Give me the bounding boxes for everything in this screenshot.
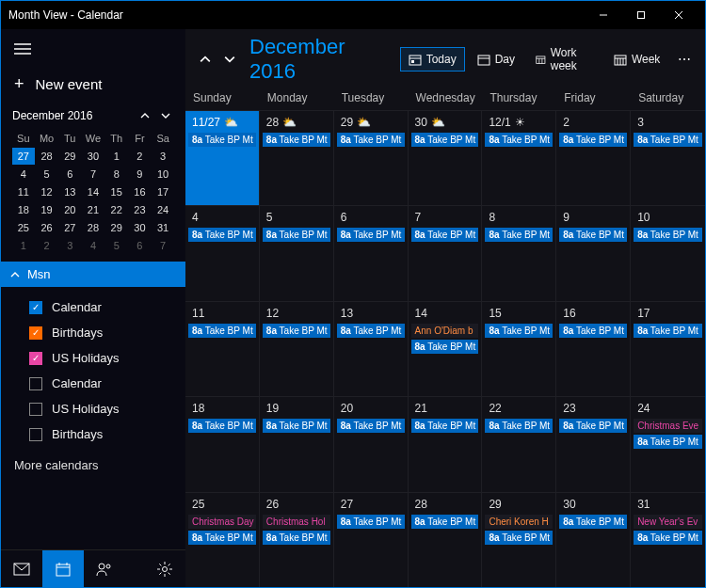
event-chip[interactable]: 8a Take BP Mt [634,228,702,242]
event-chip[interactable]: 8a Take BP Mt [411,228,479,242]
mini-day[interactable]: 22 [105,201,128,218]
event-chip[interactable]: 8a Take BP Mt [559,324,627,338]
mini-day[interactable]: 9 [129,166,152,183]
close-button[interactable] [660,1,698,29]
event-chip[interactable]: 8a Take BP Mt [411,515,479,529]
mini-day[interactable]: 28 [36,148,58,165]
event-chip[interactable]: 8a Take BP Mt [337,228,405,242]
day-cell[interactable]: 158a Take BP Mt [482,302,556,396]
event-chip[interactable]: 8a Take BP Mt [411,133,479,147]
day-cell[interactable]: 98a Take BP Mt [556,206,631,300]
day-cell[interactable]: 308a Take BP Mt [556,493,631,587]
maximize-button[interactable] [622,1,660,29]
calendar-item[interactable]: US Holidays [1,396,185,421]
mini-day[interactable]: 15 [105,183,128,200]
calendar-item[interactable]: US Holidays [1,345,185,371]
checkbox-icon[interactable] [29,352,42,365]
day-cell[interactable]: 88a Take BP Mt [482,206,556,300]
mini-day[interactable]: 18 [12,201,35,218]
event-chip[interactable]: 8a Take BP Mt [337,324,405,338]
checkbox-icon[interactable] [29,403,42,416]
mini-day[interactable]: 29 [105,219,128,236]
view-week-button[interactable]: Week [605,47,668,72]
mini-day[interactable]: 2 [129,148,152,165]
mini-day[interactable]: 6 [129,237,152,254]
day-cell[interactable]: 108a Take BP Mt [631,206,705,300]
event-chip[interactable]: 8a Take BP Mt [634,435,702,449]
mini-day[interactable]: 10 [152,166,174,183]
checkbox-icon[interactable] [29,377,42,390]
day-cell[interactable]: 25Christmas Day8a Take BP Mt [185,493,260,587]
event-chip[interactable]: 8a Take BP Mt [188,531,256,545]
event-chip[interactable]: 8a Take BP Mt [485,133,553,147]
day-cell[interactable]: 118a Take BP Mt [185,302,260,396]
minimize-button[interactable] [585,1,622,29]
mini-day[interactable]: 29 [58,148,81,165]
event-chip[interactable]: 8a Take BP Mt [188,324,256,338]
day-cell[interactable]: 168a Take BP Mt [556,302,631,396]
day-cell[interactable]: 24Christmas Eve8a Take BP Mt [631,397,705,491]
event-chip[interactable]: 8a Take BP Mt [337,133,405,147]
event-chip[interactable]: 8a Take BP Mt [337,419,405,433]
day-cell[interactable]: 11/27⛅8a Take BP Mt [185,111,260,205]
view-day-button[interactable]: Day [469,47,523,72]
day-cell[interactable]: 228a Take BP Mt [482,397,556,491]
mail-button[interactable] [1,550,42,588]
event-chip[interactable]: Christmas Eve [634,419,702,433]
event-chip[interactable]: 8a Take BP Mt [411,340,479,354]
event-chip[interactable]: 8a Take BP Mt [485,228,553,242]
mini-day[interactable]: 7 [152,237,174,254]
calendar-item[interactable]: Calendar [1,294,185,320]
account-section-header[interactable]: Msn [1,262,185,287]
mini-day[interactable]: 13 [58,183,81,200]
day-cell[interactable]: 178a Take BP Mt [631,302,705,396]
mini-day[interactable]: 14 [82,183,104,200]
mini-day[interactable]: 1 [105,148,128,165]
calendar-button[interactable] [42,550,84,588]
event-chip[interactable]: 8a Take BP Mt [188,133,256,147]
event-chip[interactable]: 8a Take BP Mt [411,419,479,433]
day-cell[interactable]: 128a Take BP Mt [260,302,334,396]
mini-day[interactable]: 23 [129,201,152,218]
event-chip[interactable]: 8a Take BP Mt [559,419,627,433]
mini-day[interactable]: 19 [36,201,58,218]
mini-day[interactable]: 24 [152,201,174,218]
day-cell[interactable]: 138a Take BP Mt [334,302,409,396]
event-chip[interactable]: Christmas Day [188,515,256,529]
hamburger-button[interactable] [1,37,185,65]
prev-month-button[interactable] [195,49,216,70]
mini-day[interactable]: 27 [58,219,81,236]
event-chip[interactable]: 8a Take BP Mt [263,419,330,433]
event-chip[interactable]: 8a Take BP Mt [337,515,405,529]
day-cell[interactable]: 58a Take BP Mt [260,206,334,300]
mini-day[interactable]: 17 [152,183,174,200]
event-chip[interactable]: 8a Take BP Mt [559,133,627,147]
mini-day[interactable]: 3 [58,237,81,254]
day-cell[interactable]: 238a Take BP Mt [556,397,631,491]
event-chip[interactable]: New Year's Ev [634,515,702,529]
mini-prev-button[interactable] [136,107,153,124]
mini-day[interactable]: 30 [82,148,104,165]
day-cell[interactable]: 30⛅8a Take BP Mt [409,111,483,205]
day-cell[interactable]: 26Christmas Hol8a Take BP Mt [260,493,334,587]
day-cell[interactable]: 48a Take BP Mt [185,206,260,300]
day-cell[interactable]: 188a Take BP Mt [185,397,260,491]
view-work-week-button[interactable]: Work week [527,40,602,78]
event-chip[interactable]: Christmas Hol [263,515,330,529]
event-chip[interactable]: 8a Take BP Mt [485,531,553,545]
mini-day[interactable]: 4 [12,166,35,183]
mini-day[interactable]: 16 [129,183,152,200]
event-chip[interactable]: 8a Take BP Mt [263,324,330,338]
mini-day[interactable]: 5 [36,166,58,183]
mini-day[interactable]: 20 [58,201,81,218]
more-button[interactable]: ⋯ [674,52,696,67]
day-cell[interactable]: 198a Take BP Mt [260,397,334,491]
event-chip[interactable]: 8a Take BP Mt [485,324,553,338]
day-cell[interactable]: 288a Take BP Mt [409,493,483,587]
mini-day[interactable]: 27 [12,148,35,165]
day-cell[interactable]: 38a Take BP Mt [631,111,705,205]
day-cell[interactable]: 28⛅8a Take BP Mt [260,111,334,205]
event-chip[interactable]: 8a Take BP Mt [634,324,702,338]
event-chip[interactable]: 8a Take BP Mt [559,515,627,529]
event-chip[interactable]: 8a Take BP Mt [188,228,256,242]
